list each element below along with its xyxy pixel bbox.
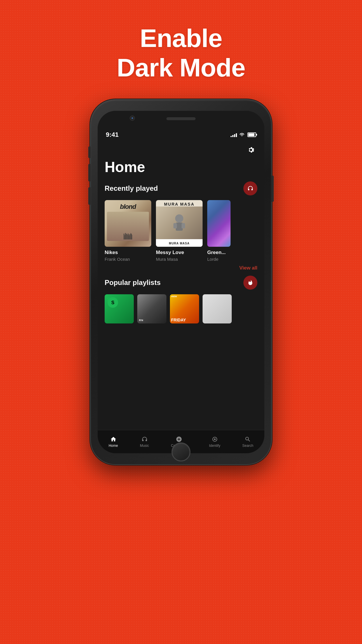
page-hero-title: Enable Dark Mode [117, 23, 245, 82]
playlists-list: S RN ♦NEW FRIDAY [98, 294, 264, 323]
home-icon [110, 436, 117, 442]
svg-point-0 [175, 214, 183, 223]
album-name-nikes: Nikes [105, 250, 151, 256]
phone-top-bar [98, 111, 264, 128]
nav-identify-label: Identify [209, 444, 220, 448]
vol-down-button [88, 187, 91, 205]
nav-identify[interactable]: Identify [205, 434, 224, 450]
album-name-lorde: Green... [207, 250, 231, 256]
status-icons [231, 132, 256, 137]
headphones-icon [247, 185, 254, 192]
playlist-item-3[interactable]: ♦NEW FRIDAY [170, 294, 199, 323]
album-item-nikes[interactable]: blond [105, 200, 151, 262]
album-item-lorde[interactable]: Green... Lorde [207, 200, 231, 262]
vol-up-button [88, 164, 91, 181]
svg-point-8 [215, 439, 215, 440]
nav-home-label: Home [109, 444, 118, 448]
fire-button[interactable] [243, 276, 257, 290]
nav-music[interactable]: Music [136, 434, 152, 450]
playlist-item-1[interactable]: S [105, 294, 134, 323]
view-all-button[interactable]: View all [98, 262, 264, 276]
album-artist-messy-love: Mura Masa [156, 257, 203, 262]
phone-mockup: 9:41 [91, 100, 271, 464]
app-header [98, 141, 264, 156]
svg-rect-3 [182, 223, 185, 228]
contribute-icon [176, 436, 182, 442]
popular-playlists-title: Popular playlists [105, 279, 161, 287]
battery-icon [247, 132, 256, 137]
recently-played-list: blond [98, 200, 264, 262]
album-name-messy-love: Messy Love [156, 250, 203, 256]
album-art-lorde [207, 200, 231, 247]
front-camera [130, 116, 135, 121]
signal-icon [231, 132, 237, 137]
view-all-label: View all [239, 265, 257, 271]
fire-icon [247, 279, 253, 286]
playlist-item-2[interactable]: RN [137, 294, 166, 323]
recently-played-title: Recently played [105, 184, 158, 192]
album-art-mura: MURA MASA MURA MASA [156, 200, 203, 247]
nav-music-label: Music [140, 444, 149, 448]
app-content: Home Recently played blond [98, 141, 264, 430]
silent-button [88, 146, 91, 158]
popular-playlists-header: Popular playlists [98, 276, 264, 294]
status-time: 9:41 [106, 131, 119, 139]
nav-search-label: Search [242, 444, 253, 448]
gear-icon [247, 146, 255, 154]
recently-played-header: Recently played [98, 181, 264, 200]
svg-rect-2 [173, 223, 177, 228]
power-button [271, 176, 274, 202]
nav-home[interactable]: Home [105, 434, 122, 450]
search-icon [245, 436, 251, 442]
status-bar: 9:41 [98, 128, 264, 141]
album-item-messy-love[interactable]: MURA MASA MURA MASA [156, 200, 203, 262]
album-artist-nikes: Frank Ocean [105, 257, 151, 262]
album-art-blond: blond [105, 200, 151, 247]
music-icon [141, 436, 148, 442]
identify-icon [212, 436, 218, 442]
settings-button[interactable] [245, 144, 257, 156]
wifi-icon [239, 132, 245, 137]
svg-text:S: S [111, 300, 115, 305]
headphones-button[interactable] [243, 181, 257, 195]
home-button[interactable] [172, 442, 191, 461]
earpiece-speaker [166, 117, 196, 120]
home-title: Home [98, 156, 264, 181]
playlist-item-4[interactable] [203, 294, 232, 323]
nav-search[interactable]: Search [239, 434, 257, 450]
phone-screen: 9:41 [98, 111, 264, 453]
album-artist-lorde: Lorde [207, 257, 231, 262]
